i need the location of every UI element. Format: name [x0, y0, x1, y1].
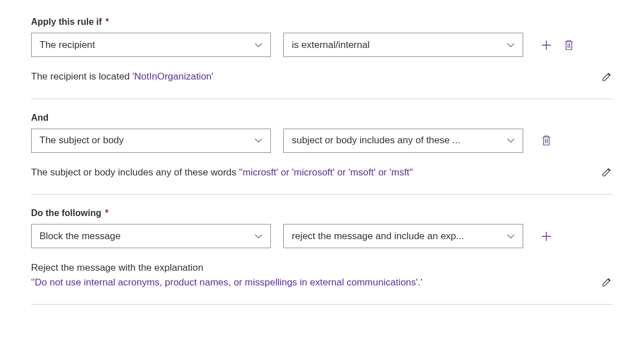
condition-row: The subject or body subject or body incl… [31, 129, 613, 153]
pencil-icon [601, 276, 612, 288]
select-value: reject the message and include an exp... [292, 231, 500, 242]
delete-condition-button[interactable] [540, 134, 553, 147]
summary-row: The recipient is located 'NotInOrganizat… [31, 69, 613, 84]
row-actions [540, 230, 553, 243]
condition-subject-select[interactable]: The subject or body [31, 129, 271, 153]
divider [31, 304, 613, 305]
condition-row: The recipient is external/internal [31, 33, 613, 57]
plus-icon [541, 231, 552, 242]
add-action-button[interactable] [540, 230, 553, 243]
select-value: The subject or body [40, 135, 248, 146]
add-condition-button[interactable] [540, 39, 553, 51]
pencil-icon [601, 71, 612, 82]
condition-subject-select[interactable]: The recipient [31, 33, 271, 57]
edit-condition-button[interactable] [601, 71, 613, 83]
condition-section-1: Apply this rule if * The recipient is ex… [31, 17, 613, 84]
delete-condition-button[interactable] [563, 39, 575, 51]
select-value: is external/internal [292, 39, 500, 51]
chevron-down-icon [255, 41, 262, 49]
row-actions [540, 134, 553, 147]
divider [31, 99, 613, 99]
summary-prefix: The subject or body includes any of thes… [31, 167, 239, 178]
summary-value: ''microsft' or 'microsoft' or 'msoft' or… [239, 167, 413, 178]
chevron-down-icon [507, 232, 515, 240]
action-row: Block the message reject the message and… [31, 224, 613, 248]
pencil-icon [601, 166, 612, 178]
summary-prefix: The recipient is located [31, 71, 133, 82]
summary-value: 'NotInOrganization' [133, 71, 214, 82]
action-type-select[interactable]: Block the message [31, 224, 271, 248]
action-summary: Reject the message with the explanation … [31, 261, 578, 289]
summary-row: The subject or body includes any of thes… [31, 165, 613, 180]
chevron-down-icon [507, 137, 515, 144]
plus-icon [541, 39, 552, 51]
chevron-down-icon [255, 232, 262, 240]
action-section: Do the following * Block the message rej… [31, 208, 613, 289]
label-text: And [31, 113, 49, 122]
required-marker: * [106, 17, 109, 27]
trash-icon [541, 135, 551, 146]
required-marker: * [105, 208, 108, 218]
condition-predicate-select[interactable]: is external/internal [283, 33, 523, 57]
condition-predicate-select[interactable]: subject or body includes any of these ..… [283, 129, 523, 153]
condition-summary: The recipient is located 'NotInOrganizat… [31, 69, 578, 84]
divider [31, 194, 613, 195]
summary-row: Reject the message with the explanation … [31, 261, 613, 289]
action-detail-select[interactable]: reject the message and include an exp... [283, 224, 523, 248]
summary-value: ''Do not use internal acronyms, product … [31, 277, 422, 288]
row-actions [540, 39, 575, 51]
section-label: Do the following * [31, 208, 613, 218]
condition-section-2: And The subject or body subject or body … [31, 113, 613, 180]
label-text: Do the following [31, 208, 101, 218]
edit-condition-button[interactable] [601, 166, 613, 178]
edit-action-button[interactable] [601, 276, 613, 288]
trash-icon [564, 39, 574, 51]
section-label: Apply this rule if * [31, 17, 613, 27]
condition-summary: The subject or body includes any of thes… [31, 165, 578, 180]
section-label: And [31, 113, 613, 123]
chevron-down-icon [255, 137, 262, 144]
label-text: Apply this rule if [31, 17, 102, 27]
select-value: subject or body includes any of these ..… [292, 135, 500, 146]
summary-line1: Reject the message with the explanation [31, 262, 203, 273]
chevron-down-icon [507, 41, 515, 49]
select-value: Block the message [40, 231, 248, 242]
select-value: The recipient [40, 39, 248, 51]
